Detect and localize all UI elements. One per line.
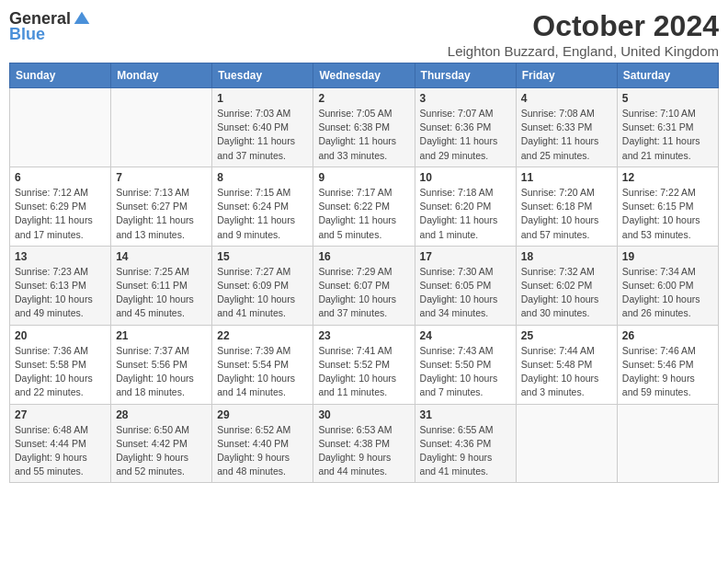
calendar-cell: 3Sunrise: 7:07 AMSunset: 6:36 PMDaylight… xyxy=(415,88,516,167)
col-sunday: Sunday xyxy=(10,63,111,88)
day-number: 11 xyxy=(521,171,612,184)
day-number: 13 xyxy=(15,250,106,263)
day-info: Sunrise: 7:39 AMSunset: 5:54 PMDaylight:… xyxy=(217,344,308,400)
day-info: Sunrise: 7:05 AMSunset: 6:38 PMDaylight:… xyxy=(318,107,409,163)
day-number: 2 xyxy=(318,92,409,105)
day-number: 10 xyxy=(420,171,511,184)
calendar-cell xyxy=(516,404,617,483)
day-number: 28 xyxy=(116,408,207,421)
location-subtitle: Leighton Buzzard, England, United Kingdo… xyxy=(448,43,719,59)
calendar-cell xyxy=(111,88,212,167)
day-number: 31 xyxy=(420,408,511,421)
logo: General Blue xyxy=(9,9,91,44)
col-saturday: Saturday xyxy=(617,63,718,88)
calendar-cell: 28Sunrise: 6:50 AMSunset: 4:42 PMDayligh… xyxy=(111,404,212,483)
day-info: Sunrise: 6:48 AMSunset: 4:44 PMDaylight:… xyxy=(15,423,106,479)
calendar-cell: 1Sunrise: 7:03 AMSunset: 6:40 PMDaylight… xyxy=(212,88,313,167)
day-info: Sunrise: 7:10 AMSunset: 6:31 PMDaylight:… xyxy=(622,107,713,163)
day-info: Sunrise: 7:07 AMSunset: 6:36 PMDaylight:… xyxy=(420,107,511,163)
day-info: Sunrise: 7:34 AMSunset: 6:00 PMDaylight:… xyxy=(622,265,713,321)
day-info: Sunrise: 7:18 AMSunset: 6:20 PMDaylight:… xyxy=(420,186,511,242)
day-info: Sunrise: 7:17 AMSunset: 6:22 PMDaylight:… xyxy=(318,186,409,242)
calendar-cell: 7Sunrise: 7:13 AMSunset: 6:27 PMDaylight… xyxy=(111,167,212,246)
calendar-cell: 27Sunrise: 6:48 AMSunset: 4:44 PMDayligh… xyxy=(10,404,111,483)
calendar-cell: 5Sunrise: 7:10 AMSunset: 6:31 PMDaylight… xyxy=(617,88,718,167)
calendar-cell: 2Sunrise: 7:05 AMSunset: 6:38 PMDaylight… xyxy=(313,88,415,167)
calendar-cell: 14Sunrise: 7:25 AMSunset: 6:11 PMDayligh… xyxy=(111,246,212,325)
calendar-cell: 31Sunrise: 6:55 AMSunset: 4:36 PMDayligh… xyxy=(415,404,516,483)
day-number: 4 xyxy=(521,92,612,105)
calendar-cell: 18Sunrise: 7:32 AMSunset: 6:02 PMDayligh… xyxy=(516,246,617,325)
col-tuesday: Tuesday xyxy=(212,63,313,88)
day-info: Sunrise: 7:30 AMSunset: 6:05 PMDaylight:… xyxy=(420,265,511,321)
calendar-week-row: 6Sunrise: 7:12 AMSunset: 6:29 PMDaylight… xyxy=(10,167,719,246)
day-info: Sunrise: 7:29 AMSunset: 6:07 PMDaylight:… xyxy=(318,265,409,321)
day-info: Sunrise: 7:13 AMSunset: 6:27 PMDaylight:… xyxy=(116,186,207,242)
day-info: Sunrise: 6:50 AMSunset: 4:42 PMDaylight:… xyxy=(116,423,207,479)
calendar-cell xyxy=(617,404,718,483)
day-number: 14 xyxy=(116,250,207,263)
day-info: Sunrise: 7:46 AMSunset: 5:46 PMDaylight:… xyxy=(622,344,713,400)
day-number: 17 xyxy=(420,250,511,263)
calendar-cell: 13Sunrise: 7:23 AMSunset: 6:13 PMDayligh… xyxy=(10,246,111,325)
calendar-cell: 8Sunrise: 7:15 AMSunset: 6:24 PMDaylight… xyxy=(212,167,313,246)
calendar-cell: 11Sunrise: 7:20 AMSunset: 6:18 PMDayligh… xyxy=(516,167,617,246)
calendar-week-row: 27Sunrise: 6:48 AMSunset: 4:44 PMDayligh… xyxy=(10,404,719,483)
calendar-cell: 30Sunrise: 6:53 AMSunset: 4:38 PMDayligh… xyxy=(313,404,415,483)
day-number: 25 xyxy=(521,329,612,342)
day-number: 6 xyxy=(15,171,106,184)
calendar-cell: 19Sunrise: 7:34 AMSunset: 6:00 PMDayligh… xyxy=(617,246,718,325)
calendar-cell: 24Sunrise: 7:43 AMSunset: 5:50 PMDayligh… xyxy=(415,325,516,404)
day-info: Sunrise: 7:41 AMSunset: 5:52 PMDaylight:… xyxy=(318,344,409,400)
calendar-cell: 16Sunrise: 7:29 AMSunset: 6:07 PMDayligh… xyxy=(313,246,415,325)
day-info: Sunrise: 7:27 AMSunset: 6:09 PMDaylight:… xyxy=(217,265,308,321)
calendar-cell: 12Sunrise: 7:22 AMSunset: 6:15 PMDayligh… xyxy=(617,167,718,246)
calendar-cell: 20Sunrise: 7:36 AMSunset: 5:58 PMDayligh… xyxy=(10,325,111,404)
day-number: 8 xyxy=(217,171,308,184)
calendar-cell: 9Sunrise: 7:17 AMSunset: 6:22 PMDaylight… xyxy=(313,167,415,246)
day-number: 22 xyxy=(217,329,308,342)
calendar-cell: 15Sunrise: 7:27 AMSunset: 6:09 PMDayligh… xyxy=(212,246,313,325)
col-monday: Monday xyxy=(111,63,212,88)
calendar-cell: 10Sunrise: 7:18 AMSunset: 6:20 PMDayligh… xyxy=(415,167,516,246)
logo-blue-text: Blue xyxy=(9,25,45,44)
day-number: 27 xyxy=(15,408,106,421)
day-info: Sunrise: 7:32 AMSunset: 6:02 PMDaylight:… xyxy=(521,265,612,321)
day-number: 19 xyxy=(622,250,713,263)
calendar-cell xyxy=(10,88,111,167)
day-number: 15 xyxy=(217,250,308,263)
logo-icon xyxy=(73,10,91,29)
title-block: October 2024 Leighton Buzzard, England, … xyxy=(448,9,719,59)
day-number: 23 xyxy=(318,329,409,342)
month-title: October 2024 xyxy=(448,9,719,43)
calendar-cell: 4Sunrise: 7:08 AMSunset: 6:33 PMDaylight… xyxy=(516,88,617,167)
calendar-cell: 22Sunrise: 7:39 AMSunset: 5:54 PMDayligh… xyxy=(212,325,313,404)
day-number: 5 xyxy=(622,92,713,105)
calendar-week-row: 20Sunrise: 7:36 AMSunset: 5:58 PMDayligh… xyxy=(10,325,719,404)
calendar-cell: 23Sunrise: 7:41 AMSunset: 5:52 PMDayligh… xyxy=(313,325,415,404)
col-friday: Friday xyxy=(516,63,617,88)
day-number: 3 xyxy=(420,92,511,105)
day-number: 26 xyxy=(622,329,713,342)
calendar-cell: 6Sunrise: 7:12 AMSunset: 6:29 PMDaylight… xyxy=(10,167,111,246)
day-info: Sunrise: 6:55 AMSunset: 4:36 PMDaylight:… xyxy=(420,423,511,479)
day-info: Sunrise: 7:22 AMSunset: 6:15 PMDaylight:… xyxy=(622,186,713,242)
col-thursday: Thursday xyxy=(415,63,516,88)
day-number: 16 xyxy=(318,250,409,263)
day-info: Sunrise: 7:15 AMSunset: 6:24 PMDaylight:… xyxy=(217,186,308,242)
day-info: Sunrise: 7:44 AMSunset: 5:48 PMDaylight:… xyxy=(521,344,612,400)
svg-marker-0 xyxy=(74,11,90,23)
calendar-cell: 21Sunrise: 7:37 AMSunset: 5:56 PMDayligh… xyxy=(111,325,212,404)
calendar-week-row: 13Sunrise: 7:23 AMSunset: 6:13 PMDayligh… xyxy=(10,246,719,325)
day-info: Sunrise: 7:03 AMSunset: 6:40 PMDaylight:… xyxy=(217,107,308,163)
day-number: 9 xyxy=(318,171,409,184)
day-number: 1 xyxy=(217,92,308,105)
day-info: Sunrise: 6:53 AMSunset: 4:38 PMDaylight:… xyxy=(318,423,409,479)
day-info: Sunrise: 7:20 AMSunset: 6:18 PMDaylight:… xyxy=(521,186,612,242)
day-number: 29 xyxy=(217,408,308,421)
day-number: 21 xyxy=(116,329,207,342)
day-info: Sunrise: 7:23 AMSunset: 6:13 PMDaylight:… xyxy=(15,265,106,321)
calendar-table: Sunday Monday Tuesday Wednesday Thursday… xyxy=(9,63,719,483)
calendar-cell: 26Sunrise: 7:46 AMSunset: 5:46 PMDayligh… xyxy=(617,325,718,404)
calendar-cell: 17Sunrise: 7:30 AMSunset: 6:05 PMDayligh… xyxy=(415,246,516,325)
